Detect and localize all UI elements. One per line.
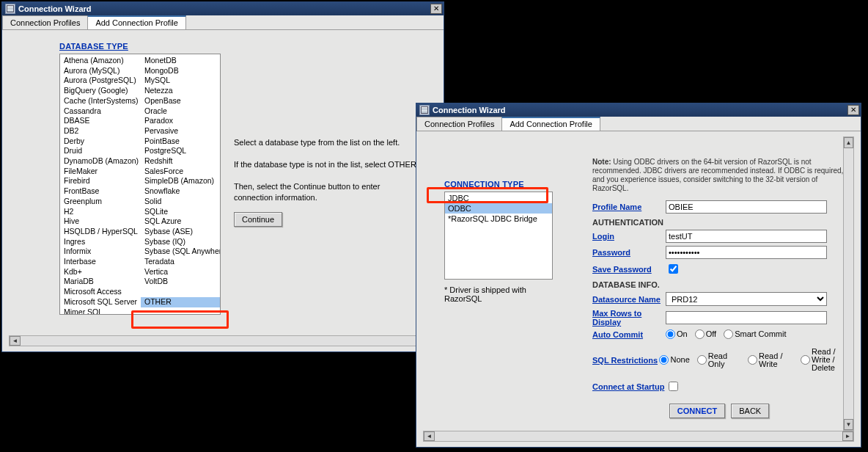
list-item[interactable]: Vertica: [141, 267, 221, 277]
label-auto-commit[interactable]: Auto Commit: [592, 330, 666, 339]
input-profile-name[interactable]: [666, 200, 827, 214]
list-item[interactable]: Redshift: [141, 156, 221, 167]
list-item[interactable]: MonetDB: [141, 56, 221, 66]
list-item[interactable]: FrontBase: [60, 186, 141, 197]
list-item[interactable]: SimpleDB (Amazon): [141, 176, 221, 186]
label-sql-restrictions[interactable]: SQL Restrictions: [592, 356, 659, 365]
list-item[interactable]: *RazorSQL JDBC Bridge: [445, 214, 552, 224]
scroll-up-icon[interactable]: ▲: [844, 137, 853, 148]
scroll-down-icon[interactable]: ▼: [844, 419, 853, 430]
scroll-right-icon[interactable]: ►: [842, 431, 853, 441]
tab-connection-profiles[interactable]: Connection Profiles: [416, 117, 502, 131]
radio-option[interactable]: Read / Write: [748, 352, 793, 368]
list-item[interactable]: PostgreSQL: [141, 146, 221, 156]
connection-type-list[interactable]: JDBCODBC*RazorSQL JDBC Bridge: [444, 192, 553, 280]
list-item[interactable]: Teradata: [141, 257, 221, 267]
close-icon[interactable]: ✕: [430, 4, 442, 14]
label-connect-startup[interactable]: Connect at Startup: [592, 382, 666, 391]
scroll-left-icon[interactable]: ◄: [10, 336, 21, 346]
list-item[interactable]: Firebird: [60, 176, 141, 186]
list-item[interactable]: Hive: [60, 216, 141, 227]
input-login[interactable]: [666, 230, 827, 243]
list-item[interactable]: HSQLDB / HyperSQL: [60, 227, 141, 237]
radio-option[interactable]: Read / Write / Delete: [801, 348, 846, 372]
list-item[interactable]: Microsoft SQL Server: [60, 297, 141, 307]
list-item[interactable]: Athena (Amazon): [60, 56, 141, 66]
checkbox-save-password[interactable]: [669, 264, 678, 274]
label-profile-name[interactable]: Profile Name: [592, 203, 666, 211]
list-item[interactable]: Kdb+: [60, 267, 141, 277]
row-password: Password: [592, 246, 846, 259]
label-datasource-name[interactable]: Datasource Name: [592, 295, 666, 304]
connect-button[interactable]: CONNECT: [669, 404, 725, 418]
list-item[interactable]: Aurora (PostgreSQL): [60, 76, 141, 86]
checkbox-connect-startup[interactable]: [669, 382, 678, 391]
list-item[interactable]: SalesForce: [141, 167, 221, 177]
list-item[interactable]: Cache (InterSystems): [60, 96, 141, 106]
scroll-left-icon[interactable]: ◄: [424, 431, 435, 441]
list-item[interactable]: BigQuery (Google): [60, 86, 141, 96]
vertical-scrollbar[interactable]: ▲ ▼: [843, 136, 854, 431]
list-item[interactable]: DB2: [60, 126, 141, 136]
list-item[interactable]: PointBase: [141, 136, 221, 147]
list-item[interactable]: Pervasive: [141, 126, 221, 136]
input-password[interactable]: [666, 246, 827, 259]
list-item[interactable]: ODBC: [445, 203, 552, 214]
list-item[interactable]: OpenBase: [141, 96, 221, 106]
list-item[interactable]: Solid: [141, 197, 221, 207]
list-item[interactable]: DynamoDB (Amazon): [60, 156, 141, 167]
list-item[interactable]: Snowflake: [141, 186, 221, 197]
list-item[interactable]: Ingres: [60, 237, 141, 247]
list-item[interactable]: Sybase (ASE): [141, 227, 221, 237]
radio-option[interactable]: Read Only: [697, 352, 740, 368]
label-password[interactable]: Password: [592, 248, 666, 257]
radio-option[interactable]: None: [659, 355, 689, 365]
horizontal-scrollbar[interactable]: ◄ ►: [9, 335, 437, 346]
db-type-col: DATABASE TYPE Athena (Amazon)Aurora (MyS…: [59, 42, 221, 315]
close-icon[interactable]: ✕: [847, 105, 859, 115]
continue-button[interactable]: Continue: [234, 212, 282, 227]
list-item[interactable]: JDBC: [445, 193, 552, 203]
list-item[interactable]: OTHER: [141, 297, 221, 307]
list-item[interactable]: Druid: [60, 146, 141, 156]
radio-option[interactable]: On: [666, 329, 688, 339]
tab-add-connection-profile[interactable]: Add Connection Profile: [87, 15, 186, 29]
list-item[interactable]: Sybase (SQL Anywhere): [141, 247, 221, 257]
list-item[interactable]: Oracle: [141, 106, 221, 117]
select-datasource-name[interactable]: PRD12: [666, 292, 827, 306]
back-button[interactable]: BACK: [731, 404, 769, 418]
label-login[interactable]: Login: [592, 232, 666, 241]
label-max-rows[interactable]: Max Rows to Display: [592, 309, 666, 327]
list-item[interactable]: Paradox: [141, 116, 221, 126]
list-item[interactable]: Aurora (MySQL): [60, 66, 141, 76]
list-item[interactable]: MongoDB: [141, 66, 221, 76]
list-item[interactable]: Greenplum: [60, 197, 141, 207]
instruction-line: connection information.: [234, 192, 419, 203]
input-max-rows[interactable]: [666, 311, 827, 324]
database-type-list[interactable]: Athena (Amazon)Aurora (MySQL)Aurora (Pos…: [59, 54, 221, 315]
list-item[interactable]: MariaDB: [60, 277, 141, 287]
list-item[interactable]: DBASE: [60, 116, 141, 126]
list-item[interactable]: Sybase (IQ): [141, 237, 221, 247]
list-item[interactable]: Mimer SQL: [60, 307, 141, 315]
list-item[interactable]: Microsoft Access: [60, 287, 141, 297]
list-item[interactable]: FileMaker: [60, 167, 141, 177]
list-item[interactable]: Interbase: [60, 257, 141, 267]
list-item[interactable]: SQL Azure: [141, 216, 221, 227]
tab-add-connection-profile[interactable]: Add Connection Profile: [501, 117, 600, 131]
row-max-rows: Max Rows to Display: [592, 309, 846, 327]
list-item[interactable]: Derby: [60, 136, 141, 147]
list-item[interactable]: Informix: [60, 247, 141, 257]
row-auto-commit: Auto Commit On Off Smart Commit: [592, 329, 846, 339]
horizontal-scrollbar[interactable]: ◄ ►: [423, 431, 854, 442]
list-item[interactable]: Netezza: [141, 86, 221, 96]
label-save-password[interactable]: Save Password: [592, 265, 666, 274]
radio-option[interactable]: Smart Commit: [724, 329, 786, 339]
list-item[interactable]: SQLite: [141, 207, 221, 217]
list-item[interactable]: VoltDB: [141, 277, 221, 287]
list-item[interactable]: H2: [60, 207, 141, 217]
tab-connection-profiles[interactable]: Connection Profiles: [2, 15, 88, 29]
list-item[interactable]: Cassandra: [60, 106, 141, 117]
radio-option[interactable]: Off: [695, 329, 716, 339]
list-item[interactable]: MySQL: [141, 76, 221, 86]
